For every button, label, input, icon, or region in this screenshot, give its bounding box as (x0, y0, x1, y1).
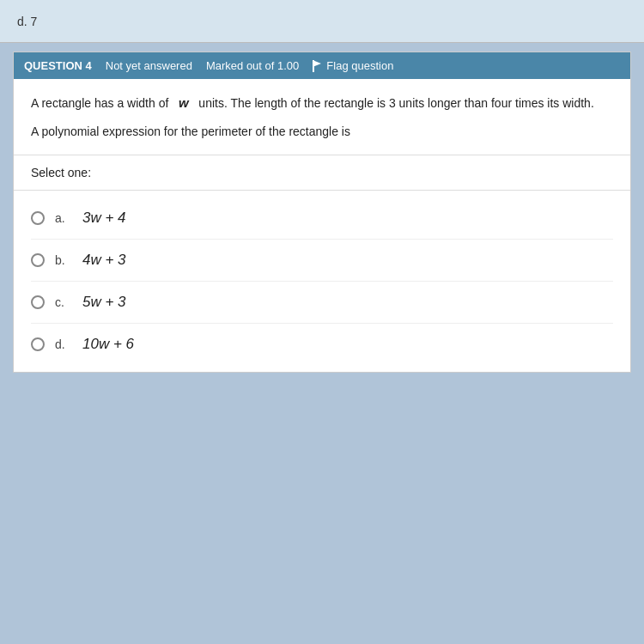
question-number: QUESTION 4 (24, 59, 92, 72)
option-math-a: 3w + 4 (82, 210, 126, 227)
options-container: a. 3w + 4 b. 4w + 3 c. 5w + 3 (14, 191, 630, 372)
question-marked: Marked out of 1.00 (206, 59, 299, 72)
question-card: QUESTION 4 Not yet answered Marked out o… (13, 52, 631, 373)
option-label-a: a. (55, 211, 72, 225)
option-label-c: c. (55, 295, 72, 309)
option-math-d: 10w + 6 (82, 336, 134, 353)
flag-icon (313, 60, 323, 72)
svg-rect-1 (313, 60, 314, 72)
question-header: QUESTION 4 Not yet answered Marked out o… (14, 52, 630, 79)
option-row-d: d. 10w + 6 (31, 324, 613, 365)
question-status: Not yet answered (106, 59, 192, 72)
radio-a[interactable] (31, 211, 45, 225)
question-body: A rectangle has a width of w units. The … (14, 79, 630, 155)
option-row-c: c. 5w + 3 (31, 282, 613, 324)
bottom-area (0, 592, 644, 644)
previous-answer-text: d. 7 (17, 15, 37, 28)
option-label-d: d. (55, 337, 72, 351)
option-math-b: 4w + 3 (82, 252, 126, 269)
option-row-b: b. 4w + 3 (31, 240, 613, 282)
variable-w: w (179, 95, 189, 110)
flag-label: Flag question (326, 59, 393, 72)
body-text-2: units. The length of the rectangle is 3 … (198, 96, 593, 110)
radio-c[interactable] (31, 295, 45, 309)
option-label-b: b. (55, 253, 72, 267)
radio-d[interactable] (31, 337, 45, 351)
question-text-line2: A polynomial expression for the perimete… (31, 122, 613, 141)
main-container: QUESTION 4 Not yet answered Marked out o… (0, 43, 644, 592)
previous-answer-bar: d. 7 (0, 0, 644, 43)
body-text-1: A rectangle has a width of (31, 96, 168, 110)
select-label: Select one: (14, 155, 630, 191)
question-text-line1: A rectangle has a width of w units. The … (31, 93, 613, 113)
option-math-c: 5w + 3 (82, 294, 126, 311)
option-row-a: a. 3w + 4 (31, 197, 613, 240)
radio-b[interactable] (31, 253, 45, 267)
flag-question-button[interactable]: Flag question (313, 59, 393, 72)
